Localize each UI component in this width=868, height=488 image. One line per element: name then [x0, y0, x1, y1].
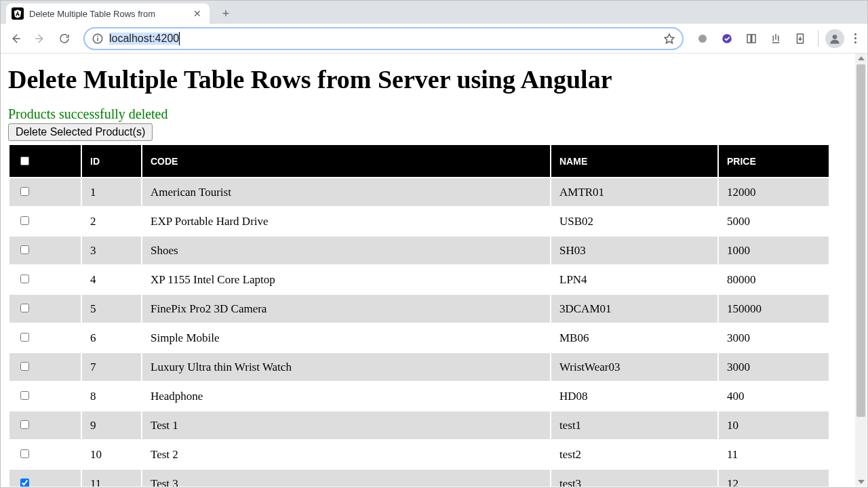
cell-code: American Tourist — [142, 178, 550, 206]
browser-menu-button[interactable] — [847, 33, 863, 43]
extension-icon-2[interactable] — [716, 28, 738, 49]
row-checkbox[interactable] — [20, 245, 29, 254]
status-message: Products successfully deleted — [8, 106, 848, 122]
table-row: 6Simple MobileMB063000 — [9, 324, 829, 352]
header-code: CODE — [142, 145, 550, 177]
reload-button[interactable] — [54, 28, 75, 49]
cell-code: FinePix Pro2 3D Camera — [142, 295, 550, 323]
row-checkbox[interactable] — [20, 449, 29, 458]
address-bar-container: localhost:4200 — [83, 27, 684, 50]
svg-rect-1 — [97, 37, 98, 41]
cell-code: Test 1 — [142, 411, 550, 439]
select-all-checkbox[interactable] — [20, 157, 29, 165]
cell-price: 10 — [719, 411, 829, 439]
cell-price: 3000 — [719, 353, 829, 381]
row-checkbox[interactable] — [20, 187, 29, 196]
cell-price: 400 — [719, 382, 829, 410]
back-button[interactable] — [5, 28, 26, 49]
row-checkbox[interactable] — [20, 420, 29, 429]
header-id: ID — [82, 145, 141, 177]
extension-icon-1[interactable] — [692, 28, 713, 49]
page-heading: Delete Multiple Table Rows from Server u… — [8, 64, 848, 94]
site-info-icon[interactable] — [92, 33, 104, 45]
cell-name: SH03 — [551, 237, 717, 264]
extension-icon-4[interactable] — [765, 28, 787, 49]
cell-price: 150000 — [719, 295, 829, 323]
url-text: localhost:4200 — [109, 32, 180, 45]
table-row: 4XP 1155 Intel Core LaptopLPN480000 — [9, 266, 829, 293]
cell-code: EXP Portable Hard Drive — [142, 207, 550, 235]
table-row: 11Test 3test312 — [9, 470, 829, 487]
cell-price: 80000 — [719, 266, 829, 293]
cell-name: AMTR01 — [551, 178, 717, 206]
svg-rect-5 — [747, 35, 751, 43]
header-name: NAME — [551, 145, 717, 177]
products-table: ID CODE NAME PRICE 1American TouristAMTR… — [8, 144, 830, 487]
cell-name: USB02 — [551, 207, 717, 235]
extension-icon-3[interactable] — [741, 28, 762, 49]
cell-name: test2 — [551, 441, 717, 468]
cell-price: 12 — [719, 470, 829, 487]
viewport: Delete Multiple Table Rows from Server u… — [1, 54, 867, 487]
cell-name: test3 — [551, 470, 717, 487]
vertical-scrollbar[interactable] — [855, 54, 867, 487]
svg-point-7 — [833, 35, 837, 39]
tab-strip: Delete Multiple Table Rows from ✕ + — [1, 1, 867, 24]
new-tab-button[interactable]: + — [216, 4, 235, 23]
extension-icon-5[interactable] — [789, 28, 811, 49]
cell-price: 3000 — [719, 324, 829, 352]
cell-code: Simple Mobile — [142, 324, 550, 352]
row-checkbox[interactable] — [20, 216, 29, 225]
header-price: PRICE — [719, 145, 829, 177]
angular-favicon — [12, 7, 24, 20]
cell-price: 11 — [719, 441, 829, 468]
table-row: 7Luxury Ultra thin Wrist WatchWristWear0… — [9, 353, 829, 381]
cell-id: 11 — [82, 470, 141, 487]
row-checkbox[interactable] — [20, 362, 29, 371]
svg-point-4 — [722, 34, 732, 43]
cell-price: 5000 — [719, 207, 829, 235]
browser-window: Delete Multiple Table Rows from ✕ + loca… — [0, 0, 868, 488]
table-row: 2EXP Portable Hard DriveUSB025000 — [9, 207, 829, 235]
page-content: Delete Multiple Table Rows from Server u… — [1, 54, 855, 487]
cell-id: 1 — [82, 178, 141, 206]
tab-title: Delete Multiple Table Rows from — [29, 9, 186, 19]
cell-id: 10 — [82, 441, 141, 468]
close-tab-icon[interactable]: ✕ — [192, 8, 203, 19]
cell-id: 7 — [82, 353, 141, 381]
table-row: 10Test 2test211 — [9, 441, 829, 468]
browser-toolbar: localhost:4200 — [1, 24, 867, 54]
forward-button[interactable] — [29, 28, 51, 49]
header-checkbox-cell — [9, 145, 81, 177]
table-header-row: ID CODE NAME PRICE — [9, 145, 829, 177]
table-row: 8HeadphoneHD08400 — [9, 382, 829, 410]
row-checkbox[interactable] — [20, 479, 29, 487]
cell-id: 9 — [82, 411, 141, 439]
row-checkbox[interactable] — [20, 333, 29, 342]
scrollbar-thumb[interactable] — [856, 64, 865, 417]
text-cursor-icon — [179, 32, 180, 45]
table-row: 9Test 1test110 — [9, 411, 829, 439]
row-checkbox[interactable] — [20, 304, 29, 312]
address-bar[interactable]: localhost:4200 — [83, 27, 684, 50]
browser-tab[interactable]: Delete Multiple Table Rows from ✕ — [6, 3, 210, 24]
cell-id: 4 — [82, 266, 141, 293]
cell-code: Shoes — [142, 237, 550, 264]
toolbar-divider — [818, 30, 818, 47]
table-row: 1American TouristAMTR0112000 — [9, 178, 829, 206]
cell-code: Test 3 — [142, 470, 550, 487]
cell-name: LPN4 — [551, 266, 717, 293]
cell-code: Headphone — [142, 382, 550, 410]
cell-name: WristWear03 — [551, 353, 717, 381]
cell-id: 6 — [82, 324, 141, 352]
profile-avatar[interactable] — [825, 29, 844, 48]
delete-selected-button[interactable]: Delete Selected Product(s) — [8, 123, 153, 141]
bookmark-star-icon[interactable] — [663, 33, 675, 45]
table-row: 5FinePix Pro2 3D Camera3DCAM01150000 — [9, 295, 829, 323]
cell-price: 1000 — [719, 237, 829, 264]
cell-id: 2 — [82, 207, 141, 235]
row-checkbox[interactable] — [20, 274, 29, 283]
cell-name: MB06 — [551, 324, 717, 352]
row-checkbox[interactable] — [20, 391, 29, 400]
cell-code: XP 1155 Intel Core Laptop — [142, 266, 550, 293]
